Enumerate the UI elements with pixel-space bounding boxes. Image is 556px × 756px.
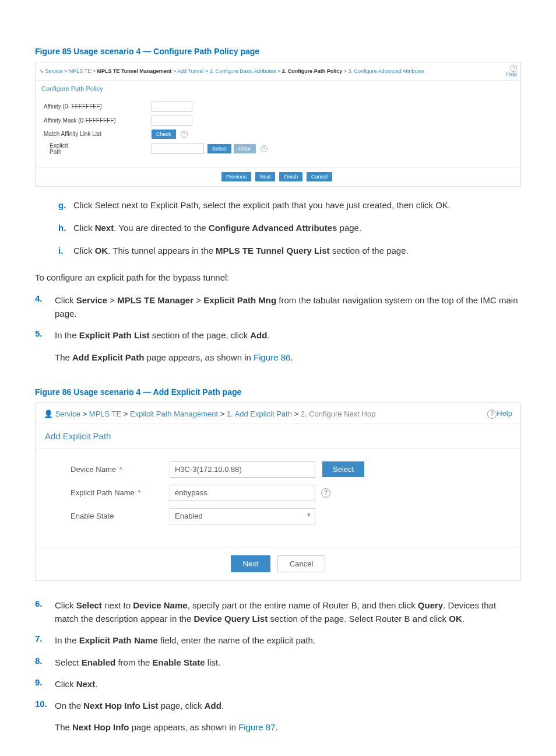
next-button-85[interactable]: Next (255, 172, 276, 181)
step-6-text: Click Select next to Device Name, specif… (55, 598, 521, 626)
help-icon: ? (487, 410, 497, 419)
list-marker-7: 7. (35, 634, 55, 647)
figure-85-breadcrumb: ➘ Service > MPLS TE > MPLS TE Tunnel Man… (39, 68, 425, 74)
list-marker-5: 5. (35, 328, 55, 364)
step-4-text: Click Service > MPLS TE Manager > Explic… (55, 293, 521, 321)
figure-85-caption: Figure 85 Usage scenario 4 — Configure P… (35, 47, 521, 56)
figure-85-panel: ➘ Service > MPLS TE > MPLS TE Tunnel Man… (35, 62, 521, 187)
step-h-text: Click Next. You are directed to the Conf… (73, 221, 361, 235)
cancel-button-85[interactable]: Cancel (307, 172, 332, 181)
check-button[interactable]: Check (152, 130, 176, 139)
list-marker-4: 4. (35, 293, 55, 321)
figure-87-link[interactable]: Figure 87 (238, 722, 275, 732)
list-marker-9: 9. (35, 677, 55, 691)
select-button-85[interactable]: Select (207, 144, 231, 153)
previous-button[interactable]: Previous (221, 172, 251, 181)
help-icon[interactable]: ? (321, 488, 330, 498)
person-icon: 👤 (44, 410, 55, 418)
help-icon[interactable]: ? (261, 145, 268, 152)
help-link-85[interactable]: ?Help (506, 65, 517, 78)
affinity-mask-input[interactable] (152, 116, 192, 126)
crumb-add-tunnel[interactable]: Add Tunnel (177, 68, 204, 74)
explicit-path-name-input[interactable] (170, 485, 315, 501)
intro-para: To configure an explicit path for the by… (35, 271, 521, 284)
step-5-text: In the Explicit Path List section of the… (55, 328, 293, 364)
explicit-path-label: Explicit Path (44, 142, 152, 155)
device-name-label: Device Name * (71, 465, 170, 474)
crumb-mplste[interactable]: MPLS TE (69, 68, 91, 74)
list-marker-h: h. (58, 221, 73, 235)
step-i-text: Click OK. This tunnel appears in the MPL… (73, 244, 409, 257)
help-link-86[interactable]: ?Help (481, 409, 512, 419)
list-marker-i: i. (58, 244, 73, 257)
figure-86-link[interactable]: Figure 86 (254, 352, 290, 362)
crumb-step3[interactable]: 3. Configure Advanced Attributes (348, 68, 424, 74)
cancel-button-86[interactable]: Cancel (277, 555, 325, 572)
explicit-path-name-label: Explicit Path Name * (71, 488, 170, 497)
step-g-text: Click Select next to Explicit Path, sele… (73, 198, 451, 212)
device-name-input[interactable] (170, 461, 315, 478)
crumb-service[interactable]: Service (45, 68, 63, 74)
crumb86-step2: 2. Configure Next Hop (301, 410, 376, 418)
step-9-text: Click Next. (55, 677, 97, 691)
figure-86-panel: 👤 Service > MPLS TE > Explicit Path Mana… (35, 402, 521, 581)
next-button-86[interactable]: Next (231, 555, 271, 572)
crumb86-service[interactable]: Service (55, 410, 80, 418)
crumb86-mplste[interactable]: MPLS TE (89, 410, 121, 418)
affinity-input[interactable] (152, 102, 192, 112)
help-icon[interactable]: ? (181, 131, 188, 138)
crumb86-step1[interactable]: 1. Add Explicit Path (227, 410, 292, 418)
figure-85-section-title: Configure Path Policy (36, 80, 520, 97)
enable-state-select[interactable] (170, 508, 315, 524)
figure-86-caption: Figure 86 Usage scenario 4 — Add Explici… (35, 387, 521, 397)
select-button-86[interactable]: Select (322, 461, 364, 477)
finish-button[interactable]: Finish (279, 172, 302, 181)
crumb-icon: ➘ (39, 68, 45, 74)
figure-86-breadcrumb: 👤 Service > MPLS TE > Explicit Path Mana… (44, 410, 375, 418)
step-10-text: On the Next Hop Info List page, click Ad… (55, 699, 278, 734)
list-marker-g: g. (58, 198, 73, 212)
step-7-text: In the Explicit Path Name field, enter t… (55, 634, 315, 647)
list-marker-10: 10. (35, 699, 55, 734)
match-link-label: Match Affinity Link List (44, 131, 152, 137)
crumb-step2: 2. Configure Path Policy (282, 68, 343, 74)
crumb-step1[interactable]: 1. Configure Basic Attributes (210, 68, 276, 74)
list-marker-6: 6. (35, 598, 55, 626)
affinity-mask-label: Affinity Mask (0-FFFFFFFF) (44, 117, 152, 124)
clear-button[interactable]: Clear (234, 144, 256, 153)
explicit-path-input[interactable] (152, 144, 204, 154)
crumb86-epm[interactable]: Explicit Path Management (130, 410, 218, 418)
list-marker-8: 8. (35, 656, 55, 669)
crumb-tunnel-mgmt[interactable]: MPLS TE Tunnel Management (97, 68, 171, 74)
figure-86-section-title: Add Explicit Path (36, 424, 520, 448)
enable-state-label: Enable State (71, 512, 170, 520)
affinity-label: Affinity (0- FFFFFFFF) (44, 103, 152, 110)
step-8-text: Select Enabled from the Enable State lis… (55, 656, 220, 669)
